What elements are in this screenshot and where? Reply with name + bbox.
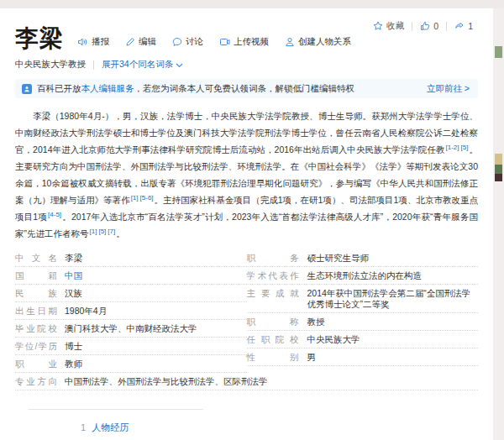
- infobox-label: 国籍: [15, 270, 57, 281]
- entry-actions: 播报 编辑 讨论 上传视频 创建人物关系: [77, 36, 351, 48]
- infobox-value: 澳门科技大学、中南财经政法大学: [65, 323, 197, 334]
- infobox-right-column: 职务 硕士研究生导师 学术代表作 生态环境刑法立法的内在构造 主要成就 2014…: [247, 249, 479, 373]
- infobox-left-column: 中文名 李梁 国籍 中国 民族 汉族 出生日期 1980年4月 毕业院校 澳门科…: [15, 249, 247, 373]
- notice-text: 百科已开放本人编辑服务，若您为词条本人可免费认领词条，解锁低门槛编辑特权: [37, 83, 354, 95]
- page-title: 李梁: [15, 25, 64, 52]
- entry-stats-row: 收藏 0 1: [373, 20, 473, 32]
- infobox-value: 中央民族大学: [307, 334, 360, 345]
- citation-ref[interactable]: [4-5]: [48, 211, 61, 218]
- pencil-icon: [125, 37, 135, 47]
- thumbs-up-icon: [420, 21, 430, 31]
- infobox-row-alma-mater: 毕业院校 澳门科技大学、中南财经政法大学: [15, 320, 247, 338]
- broadcast-label: 播报: [92, 36, 109, 48]
- citation-ref[interactable]: [1-2]: [446, 144, 459, 151]
- infobox-row-birthdate: 出生日期 1980年4月: [15, 302, 247, 320]
- like-button[interactable]: 0: [420, 21, 438, 31]
- favorite-button[interactable]: 收藏: [373, 20, 404, 32]
- create-relation-button[interactable]: 创建人物关系: [285, 36, 351, 48]
- infobox-label: 任职院校: [247, 334, 299, 345]
- divider: [446, 22, 447, 31]
- infobox-label: 主要成就: [247, 288, 299, 299]
- infobox-value: 李梁: [65, 253, 82, 264]
- synonym-expand-link[interactable]: 展开34个同名词条: [102, 59, 173, 71]
- infobox-row-specialty: 专业方向 中国刑法学、外国刑法学与比较刑法学、区际刑法学: [15, 373, 478, 390]
- edge-speck: [495, 174, 502, 181]
- citation-ref[interactable]: [1]: [131, 194, 139, 202]
- user-edit-icon: [22, 84, 32, 94]
- notice-suffix: ，若您为词条本人可免费认领词条，解锁低门槛编辑特权: [134, 83, 355, 93]
- notice-bar: 百科已开放本人编辑服务，若您为词条本人可免费认领词条，解锁低门槛编辑特权 立即前…: [15, 79, 478, 98]
- intro-paragraph: 李梁（1980年4月-），男，汉族，法学博士，中央民族大学法学院教授、博士生导师…: [15, 107, 478, 242]
- citation-ref[interactable]: [5]: [98, 228, 106, 235]
- infobox-label: 民族: [15, 288, 57, 299]
- subtitle-row: 中央民族大学教授 展开34个同名词条: [15, 59, 478, 71]
- infobox-value: 中国刑法学、外国刑法学与比较刑法学、区际刑法学: [65, 376, 268, 387]
- table-of-contents: 目录 1 人物经历 2 学术论著 3 所获荣誉: [29, 409, 203, 440]
- infobox-label: 毕业院校: [15, 323, 57, 334]
- toc-item-label: 人物经历: [92, 417, 129, 438]
- infobox-label: 学术代表作: [247, 270, 299, 281]
- like-count: 0: [433, 21, 438, 31]
- upload-video-button[interactable]: 上传视频: [219, 36, 269, 48]
- citation-ref[interactable]: [5-6]: [140, 194, 154, 202]
- edit-button[interactable]: 编辑: [125, 36, 156, 48]
- top-edge-strip: [0, 0, 504, 8]
- infobox-label: 学位/学历: [15, 341, 57, 352]
- infobox-value: 硕士研究生导师: [307, 253, 370, 264]
- infobox-value: 汉族: [65, 288, 82, 299]
- infobox-label: 职业: [15, 359, 57, 369]
- person-relation-icon: [285, 37, 295, 47]
- video-icon: [219, 37, 230, 47]
- infobox-row-degree: 学位/学历 博士: [15, 338, 247, 355]
- citation-ref[interactable]: [5]: [461, 144, 469, 151]
- infobox-row-position: 职务 硕士研究生导师: [247, 249, 479, 267]
- infobox-row-employer: 任职院校 中央民族大学: [247, 331, 479, 348]
- broadcast-button[interactable]: 播报: [77, 36, 109, 48]
- star-icon: [373, 21, 383, 31]
- citation-ref[interactable]: [1]: [90, 228, 97, 235]
- edge-speck: [495, 154, 502, 165]
- toc-item-biography[interactable]: 1 人物经历: [81, 417, 129, 438]
- self-edit-service-link[interactable]: 本人编辑服务: [81, 83, 134, 93]
- infobox-row-achievements: 主要成就 2014年获中国刑法学会第二届“全国刑法学优秀博士论文”二等奖: [247, 285, 479, 313]
- share-icon: [454, 21, 465, 31]
- intro-text: 李梁（1980年4月-），男，汉族，法学博士，中央民族大学法学院教授、博士生导师…: [15, 111, 478, 155]
- divider: [412, 22, 412, 31]
- edge-speck: [495, 46, 502, 58]
- infobox-value: 博士: [65, 341, 82, 352]
- create-relation-label: 创建人物关系: [298, 36, 351, 48]
- infobox-label: 专业方向: [15, 376, 57, 387]
- infobox-value: 生态环境刑法立法的内在构造: [307, 270, 423, 281]
- infobox-row-nationality: 国籍 中国: [15, 267, 247, 285]
- discuss-button[interactable]: 讨论: [172, 36, 203, 48]
- infobox-label: 职务: [247, 253, 299, 264]
- infobox-value: 教授: [307, 317, 325, 327]
- toc-list: 1 人物经历 2 学术论著 3 所获荣誉: [81, 417, 129, 440]
- toc-title: 目录: [29, 417, 81, 440]
- toc-item-number: 1: [81, 417, 86, 438]
- infobox-value: 1980年4月: [65, 306, 107, 317]
- intro-text: 。2017年入选北京市“百名法学英才”计划，2023年入选“首都法学法律高级人才…: [15, 212, 478, 238]
- citation-ref[interactable]: [7]: [108, 228, 115, 235]
- infobox-row-gender: 性别 男: [247, 348, 479, 366]
- nationality-link[interactable]: 中国: [65, 270, 82, 281]
- infobox-value: 2014年获中国刑法学会第二届“全国刑法学优秀博士论文”二等奖: [307, 288, 479, 310]
- notice-cta-link[interactable]: 立即前往 >: [427, 83, 470, 95]
- chevron-down-icon[interactable]: [176, 60, 183, 70]
- divider: [93, 60, 94, 70]
- discuss-label: 讨论: [186, 36, 203, 48]
- share-count: 1: [468, 21, 473, 31]
- share-button[interactable]: 1: [454, 21, 473, 31]
- entity-descriptor: 中央民族大学教授: [15, 59, 86, 71]
- infobox-label: 中文名: [15, 253, 57, 264]
- edit-label: 编辑: [139, 36, 156, 48]
- infobox-label: 性别: [247, 352, 299, 363]
- upload-video-label: 上传视频: [234, 36, 269, 48]
- infobox-row-title: 职称 教授: [247, 313, 479, 331]
- infobox: 中文名 李梁 国籍 中国 民族 汉族 出生日期 1980年4月 毕业院校 澳门科…: [15, 249, 478, 390]
- edge-speck: [495, 165, 502, 174]
- speaker-icon: [77, 37, 88, 47]
- infobox-value: 男: [307, 352, 317, 363]
- notice-prefix: 百科已开放: [37, 83, 81, 93]
- intro-text: 。: [116, 228, 125, 238]
